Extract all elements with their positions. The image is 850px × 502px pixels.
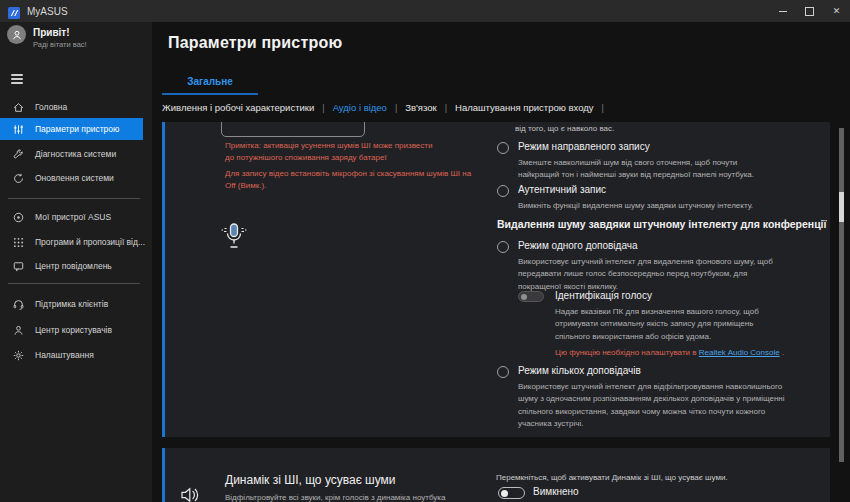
sliders-icon (12, 123, 25, 136)
vertical-scrollbar-thumb[interactable] (839, 192, 844, 222)
voice-id-description: Надає вказівки ПК для визначення вашого … (555, 306, 783, 343)
option-description: Використовує штучний інтелект для видале… (518, 256, 786, 293)
minimize-button[interactable] (769, 0, 796, 22)
speaker-section-title: Динамік зі ШІ, що усуває шуми (225, 473, 396, 487)
apps-grid-icon (12, 236, 25, 249)
sidebar-item-user-center[interactable]: Центр користувачів (0, 320, 143, 340)
greeting-subtitle: Раді вітати вас! (33, 40, 87, 49)
sidebar-item-device-settings[interactable]: Параметри пристрою (0, 118, 143, 140)
sidebar-item-message-center[interactable]: Центр повідомлень (0, 256, 143, 276)
radio-multi-presenter-mode[interactable] (497, 366, 509, 378)
message-icon (12, 260, 25, 273)
user-icon (12, 324, 25, 337)
home-icon (12, 101, 25, 114)
user-profile[interactable] (7, 25, 26, 44)
minimize-icon (779, 11, 787, 12)
vertical-scrollbar-track[interactable] (839, 128, 844, 462)
voice-id-label: Ідентифікація голосу (555, 290, 652, 301)
sidebar-item-label: Головна (35, 102, 67, 112)
sidebar-item-label: Програми й пропозиції від... (35, 237, 145, 247)
voice-id-config-note: Цю функцію необхідно налаштувати в Realt… (555, 348, 784, 357)
tab-general[interactable]: Загальне (162, 76, 258, 95)
close-icon: ✕ (833, 7, 841, 16)
myasus-logo-icon (8, 5, 20, 17)
devices-icon (12, 211, 25, 224)
mic-mode-dropdown-partial[interactable] (221, 122, 365, 137)
radio-directional-recording[interactable] (497, 142, 509, 154)
option-description: Зменште навколишній шум від свого оточен… (518, 157, 780, 182)
window-controls: ✕ (769, 0, 850, 22)
page-title: Параметри пристрою (168, 34, 342, 52)
option-label: Режим направленого запису (518, 141, 650, 152)
speaker-toggle[interactable] (498, 487, 525, 499)
sidebar-divider (8, 283, 140, 284)
maximize-button[interactable] (796, 0, 823, 22)
hamburger-menu-icon[interactable] (11, 74, 23, 84)
sidebar-item-settings[interactable]: Налаштування (0, 345, 143, 365)
update-icon (12, 172, 25, 185)
clipped-description-tail: від того, що є навколо вас. (515, 124, 614, 133)
config-note-text: Цю функцію необхідно налаштувати в (555, 348, 697, 357)
config-note-suffix: . (782, 348, 784, 357)
option-label: Режим кількох доповідачів (518, 365, 641, 376)
video-recording-note: Для запису відео встановіть мікрофон зі … (225, 168, 477, 192)
subtab-separator: | (445, 103, 447, 113)
sidebar-item-apps-offers[interactable]: Програми й пропозиції від... (0, 232, 143, 252)
sidebar-item-label: Оновлення системи (35, 173, 114, 183)
subtab-separator: | (322, 103, 324, 113)
subtab-bar: Живлення і робочі характеристики | Аудіо… (162, 102, 612, 113)
option-description: Використовує штучний інтелект для відфіл… (518, 381, 790, 431)
speaker-toggle-hint: Перемкніться, щоб активувати Динамік зі … (496, 473, 728, 482)
greeting-title: Привіт! (33, 27, 70, 38)
wrench-icon (12, 148, 25, 161)
titlebar: MyASUS ✕ (0, 0, 850, 22)
sidebar-item-customer-support[interactable]: Підтримка клієнтів (0, 294, 143, 314)
subtab-connectivity[interactable]: Зв'язок (405, 102, 436, 113)
subtab-power-performance[interactable]: Живлення і робочі характеристики (162, 102, 314, 113)
microphone-icon (219, 221, 249, 253)
realtek-audio-console-link[interactable]: Realtek Audio Console (699, 348, 780, 357)
toggle-knob (521, 294, 527, 300)
sidebar-item-label: Центр користувачів (35, 325, 112, 335)
subtab-input-device[interactable]: Налаштування пристрою входу (455, 102, 594, 113)
sidebar-item-home[interactable]: Головна (0, 97, 143, 117)
headset-icon (12, 298, 25, 311)
option-label: Аутентичний запис (518, 184, 606, 195)
radio-single-presenter-mode[interactable] (497, 241, 509, 253)
sidebar: Привіт! Раді вітати вас! Головна Парамет… (0, 22, 152, 502)
sidebar-item-label: Центр повідомлень (35, 261, 112, 271)
app-title: MyASUS (27, 6, 68, 17)
toggle-knob (501, 490, 508, 497)
battery-note: Примітка: активація усунення шумів ШІ мо… (225, 140, 437, 164)
sidebar-item-label: Підтримка клієнтів (35, 299, 108, 309)
subtab-audio-video[interactable]: Аудіо і відео (333, 102, 387, 113)
conference-section-title: Видалення шуму завдяки штучному інтелект… (497, 218, 826, 230)
sidebar-item-label: Параметри пристрою (35, 124, 119, 134)
close-button[interactable]: ✕ (823, 0, 850, 22)
sidebar-item-label: Налаштування (35, 350, 94, 360)
subtab-separator: | (395, 103, 397, 113)
sidebar-item-system-update[interactable]: Оновлення системи (0, 168, 143, 188)
option-description: Вимкніть функції видалення шуму завдяки … (518, 200, 818, 212)
sidebar-divider (8, 198, 140, 199)
gear-icon (12, 349, 25, 362)
sidebar-item-system-diagnosis[interactable]: Діагностика системи (0, 144, 143, 164)
voice-id-toggle[interactable] (518, 291, 544, 302)
avatar-icon (10, 28, 24, 42)
maximize-icon (805, 7, 814, 16)
mic-settings-card: Примітка: активація усунення шумів ШІ мо… (162, 122, 830, 437)
sidebar-item-label: Діагностика системи (35, 149, 116, 159)
speaker-toggle-state: Вимкнено (533, 486, 579, 497)
subtab-separator: | (602, 103, 604, 113)
speaker-settings-card: Динамік зі ШІ, що усуває шуми Відфільтро… (162, 448, 830, 502)
sidebar-item-my-asus-devices[interactable]: Мої пристрої ASUS (0, 207, 143, 227)
speaker-icon (179, 484, 203, 502)
sidebar-item-label: Мої пристрої ASUS (35, 212, 111, 222)
radio-authentic-recording[interactable] (497, 185, 509, 197)
option-label: Режим одного доповідача (518, 240, 638, 251)
speaker-section-description: Відфільтровуйте всі звуки, крім голосів … (225, 493, 445, 502)
